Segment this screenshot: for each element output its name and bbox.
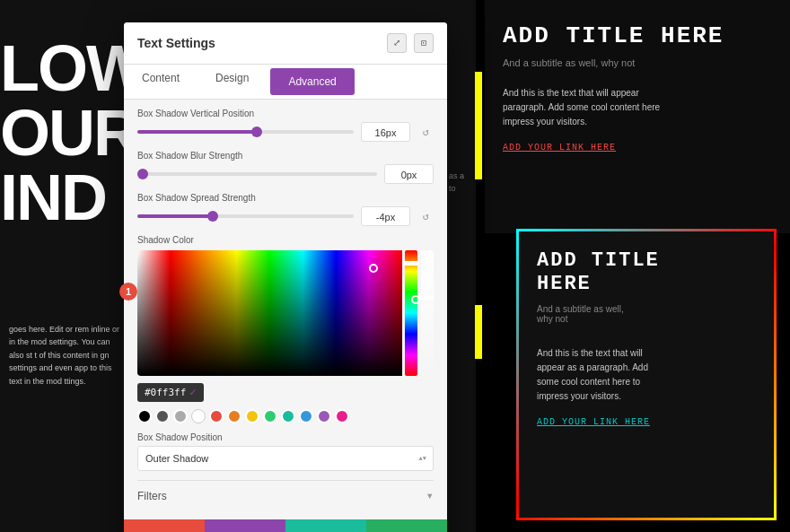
slider-blur-value: 0px	[384, 164, 434, 184]
bottom-left-body-text: goes here. Edit or rem inline or in the …	[9, 323, 126, 388]
slider-blur-control: 0px	[137, 164, 434, 184]
right-top-body: And this is the text that will appearpar…	[503, 86, 772, 129]
swatch-black[interactable]	[137, 409, 152, 423]
slider-vertical-track[interactable]	[137, 130, 354, 134]
slider-spread-control: -4px ↺	[137, 206, 434, 226]
modal-tabs: Content Design Advanced	[124, 65, 447, 100]
footer-confirm-button[interactable]: ✓	[366, 519, 447, 532]
right-top-subtitle: And a subtitle as well, why not	[503, 57, 772, 68]
tab-design[interactable]: Design	[198, 65, 267, 99]
slider-vertical-position: Box Shadow Vertical Position 16px ↺	[137, 109, 434, 142]
right-top-link[interactable]: ADD YOUR LINK HERE	[503, 143, 772, 153]
slider-blur-strength: Box Shadow Blur Strength 0px	[137, 151, 434, 184]
gradient-dark	[137, 250, 402, 376]
slider-spread-thumb[interactable]	[207, 211, 218, 222]
color-picker[interactable]	[137, 250, 434, 376]
swatch-light-gray[interactable]	[173, 409, 188, 423]
filters-row[interactable]: Filters ▾	[137, 480, 434, 510]
hue-thumb	[403, 261, 419, 266]
slider-spread-value: -4px	[361, 206, 410, 226]
swatch-orange[interactable]	[227, 409, 241, 423]
modal-header-icons: ⤢ ⊡	[387, 33, 434, 53]
yellow-accent-bar-bottom	[475, 305, 482, 359]
footer-redo-button[interactable]: ↻	[285, 519, 366, 532]
slider-vertical-value: 16px	[361, 122, 410, 142]
slider-vertical-control: 16px ↺	[137, 122, 434, 142]
slider-spread-fill	[137, 214, 213, 218]
swatch-red[interactable]	[209, 409, 224, 423]
right-bottom-card: ADD TITLEHERE And a subtitle as well,why…	[516, 229, 777, 520]
right-bottom-subtitle: And a subtitle as well,why not	[537, 304, 756, 324]
slider-spread-reset[interactable]: ↺	[417, 208, 434, 224]
swatch-pink[interactable]	[335, 409, 349, 423]
slider-blur-track[interactable]	[137, 172, 377, 176]
color-confirm-icon[interactable]: ✓	[189, 386, 196, 399]
badge-number: 1	[119, 283, 137, 301]
alpha-thumb	[419, 295, 434, 300]
modal-pin-icon[interactable]: ⊡	[414, 33, 434, 53]
tab-content[interactable]: Content	[124, 65, 198, 99]
right-top-title: ADD TITLE HERE	[503, 22, 772, 50]
right-bottom-body: And this is the text that willappear as …	[537, 346, 756, 404]
filters-chevron-icon: ▾	[426, 488, 434, 503]
swatch-white[interactable]	[191, 409, 206, 423]
yellow-accent-bar-top	[475, 72, 482, 179]
slider-vertical-thumb[interactable]	[251, 126, 262, 137]
picker-cursor-white	[369, 264, 378, 273]
swatch-blue[interactable]	[299, 409, 313, 423]
picker-cursor-black	[411, 295, 420, 304]
modal-body: Box Shadow Vertical Position 16px ↺ Box …	[124, 100, 447, 519]
right-top-card: ADD TITLE HERE And a subtitle as well, w…	[485, 0, 790, 233]
modal-header: Text Settings ⤢ ⊡	[124, 22, 447, 65]
filters-label: Filters	[137, 490, 167, 502]
swatch-dark-gray[interactable]	[155, 409, 170, 423]
hue-slider[interactable]	[405, 250, 417, 376]
slider-spread-label: Box Shadow Spread Strength	[137, 193, 434, 203]
color-hex-input[interactable]: #0ff3ff ✓	[137, 383, 204, 402]
slider-spread-track[interactable]	[137, 214, 354, 218]
slider-blur-thumb[interactable]	[137, 169, 148, 179]
shadow-color-label: Shadow Color	[137, 235, 434, 245]
alpha-slider[interactable]	[421, 250, 434, 376]
slider-vertical-reset[interactable]: ↺	[417, 124, 434, 140]
swatch-teal[interactable]	[281, 409, 295, 423]
slider-blur-label: Box Shadow Blur Strength	[137, 151, 434, 161]
position-select[interactable]: Outer Shadow	[137, 446, 434, 471]
slider-vertical-fill	[137, 130, 257, 134]
text-settings-modal: Text Settings ⤢ ⊡ Content Design Advance…	[124, 22, 447, 532]
swatch-yellow[interactable]	[245, 409, 259, 423]
swatches-row	[137, 409, 434, 423]
modal-title: Text Settings	[137, 36, 215, 50]
modal-expand-icon[interactable]: ⤢	[387, 33, 407, 53]
color-input-row: #0ff3ff ✓	[137, 383, 434, 402]
position-label: Box Shadow Position	[137, 432, 434, 442]
swatch-green[interactable]	[263, 409, 277, 423]
right-bottom-link[interactable]: ADD YOUR LINK HERE	[537, 417, 756, 427]
footer-undo-button[interactable]: ↩	[205, 519, 285, 532]
modal-footer: ✕ ↩ ↻ ✓	[124, 519, 447, 532]
swatch-purple[interactable]	[317, 409, 331, 423]
right-bottom-title: ADD TITLEHERE	[537, 249, 756, 297]
tab-advanced[interactable]: Advanced	[270, 68, 354, 95]
slider-spread-strength: Box Shadow Spread Strength -4px ↺	[137, 193, 434, 226]
middle-overlay-text: as ato	[449, 170, 512, 195]
slider-vertical-label: Box Shadow Vertical Position	[137, 109, 434, 118]
position-select-wrapper: Outer Shadow	[137, 446, 434, 471]
footer-cancel-button[interactable]: ✕	[124, 519, 205, 532]
color-hex-value: #0ff3ff	[145, 387, 186, 398]
